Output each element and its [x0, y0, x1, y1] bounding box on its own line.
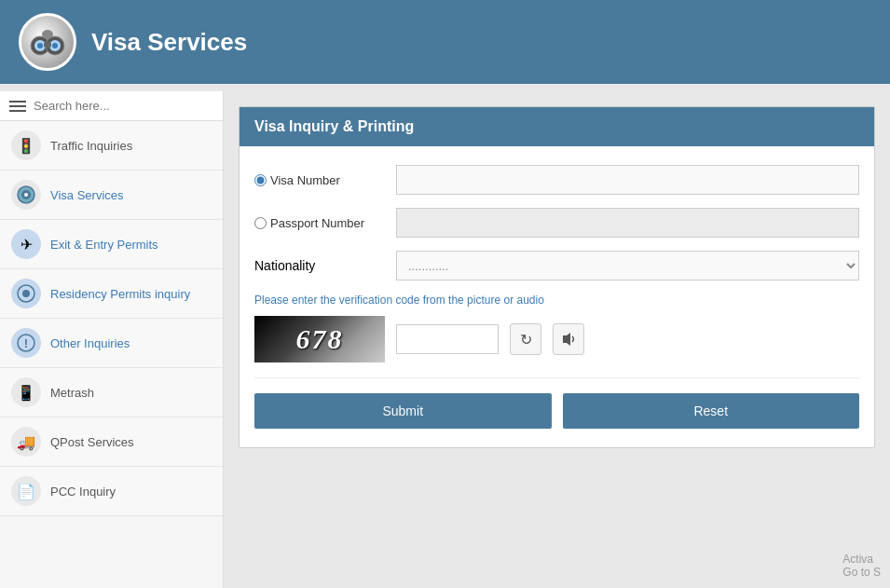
svg-marker-15 — [563, 333, 570, 346]
svg-point-4 — [37, 43, 43, 48]
nationality-label-col: Nationality — [254, 258, 385, 273]
sidebar-item-residency[interactable]: Residency Permits inquiry — [0, 269, 223, 319]
captcha-audio-button[interactable] — [553, 323, 584, 355]
app-title: Visa Services — [91, 28, 247, 57]
svg-point-10 — [24, 193, 28, 197]
visa-number-radio-label[interactable]: Visa Number — [254, 173, 340, 187]
svg-point-5 — [52, 43, 58, 48]
reset-button[interactable]: Reset — [563, 393, 860, 429]
search-input[interactable] — [34, 99, 213, 113]
sidebar: 🚦 Traffic Inquiries Visa Services ✈ Exit… — [0, 91, 224, 588]
passport-number-radio[interactable] — [254, 217, 267, 229]
sidebar-item-label: Metrash — [50, 386, 94, 400]
sidebar-item-visa[interactable]: Visa Services — [0, 171, 223, 220]
app-logo — [19, 13, 76, 71]
pcc-icon: 📄 — [11, 476, 41, 506]
sidebar-item-label: QPost Services — [50, 435, 134, 449]
other-icon: ! — [11, 328, 41, 358]
main-layout: 🚦 Traffic Inquiries Visa Services ✈ Exit… — [0, 91, 890, 588]
sidebar-item-label: Visa Services — [50, 188, 124, 202]
sidebar-item-label: Other Inquiries — [50, 336, 130, 350]
sidebar-item-label: Residency Permits inquiry — [50, 287, 190, 301]
sidebar-item-traffic[interactable]: 🚦 Traffic Inquiries — [0, 121, 223, 171]
button-row: Submit Reset — [254, 393, 859, 429]
sidebar-item-label: Exit & Entry Permits — [50, 238, 158, 252]
passport-number-input-col — [396, 208, 859, 238]
sidebar-item-exit[interactable]: ✈ Exit & Entry Permits — [0, 220, 223, 269]
captcha-hint: Please enter the verification code from … — [254, 294, 859, 307]
captcha-code: 678 — [296, 323, 344, 355]
passport-number-radio-label[interactable]: Passport Number — [254, 216, 364, 230]
passport-number-row: Passport Number — [254, 208, 859, 238]
visa-number-input-col — [396, 165, 859, 195]
visa-radio-label-col: Visa Number — [254, 173, 385, 187]
visa-icon — [11, 180, 41, 210]
svg-rect-6 — [44, 42, 51, 48]
visa-number-input[interactable] — [396, 165, 859, 195]
svg-point-12 — [22, 290, 30, 297]
traffic-icon: 🚦 — [11, 130, 41, 160]
metrash-icon: 📱 — [11, 377, 41, 407]
sidebar-item-metrash[interactable]: 📱 Metrash — [0, 368, 223, 417]
sidebar-item-label: Traffic Inquiries — [50, 139, 132, 153]
app-header: Visa Services — [0, 0, 890, 84]
captcha-row: 678 ↻ — [254, 316, 859, 362]
nationality-label: Nationality — [254, 258, 315, 273]
sidebar-search-bar — [0, 91, 223, 121]
captcha-refresh-button[interactable]: ↻ — [510, 323, 541, 355]
card-title: Visa Inquiry & Printing — [240, 107, 874, 146]
sidebar-item-pcc[interactable]: 📄 PCC Inquiry — [0, 467, 223, 516]
captcha-input[interactable] — [396, 324, 499, 354]
captcha-image: 678 — [254, 316, 385, 362]
visa-number-radio[interactable] — [254, 174, 267, 186]
form-divider — [254, 377, 859, 378]
content-area: Visa Inquiry & Printing Visa Number — [224, 91, 890, 588]
sidebar-item-other[interactable]: ! Other Inquiries — [0, 319, 223, 368]
exit-icon: ✈ — [11, 229, 41, 259]
nationality-row: Nationality ............ — [254, 251, 859, 280]
qpost-icon: 🚚 — [11, 427, 41, 457]
passport-radio-label-col: Passport Number — [254, 216, 385, 230]
visa-number-row: Visa Number — [254, 165, 859, 195]
sidebar-item-label: PCC Inquiry — [50, 485, 116, 499]
nationality-select-col: ............ — [396, 251, 859, 280]
sidebar-item-qpost[interactable]: 🚚 QPost Services — [0, 417, 223, 467]
svg-text:!: ! — [24, 336, 28, 350]
passport-number-input[interactable] — [396, 208, 859, 238]
svg-point-7 — [42, 30, 53, 39]
nationality-select[interactable]: ............ — [396, 251, 859, 280]
form-card: Visa Inquiry & Printing Visa Number — [239, 106, 875, 448]
card-body: Visa Number Passport Number — [240, 146, 874, 447]
hamburger-icon[interactable] — [9, 101, 26, 112]
captcha-section: Please enter the verification code from … — [254, 294, 859, 362]
residency-icon — [11, 279, 41, 308]
activate-watermark: Activa Go to S — [842, 553, 881, 579]
submit-button[interactable]: Submit — [254, 393, 552, 429]
